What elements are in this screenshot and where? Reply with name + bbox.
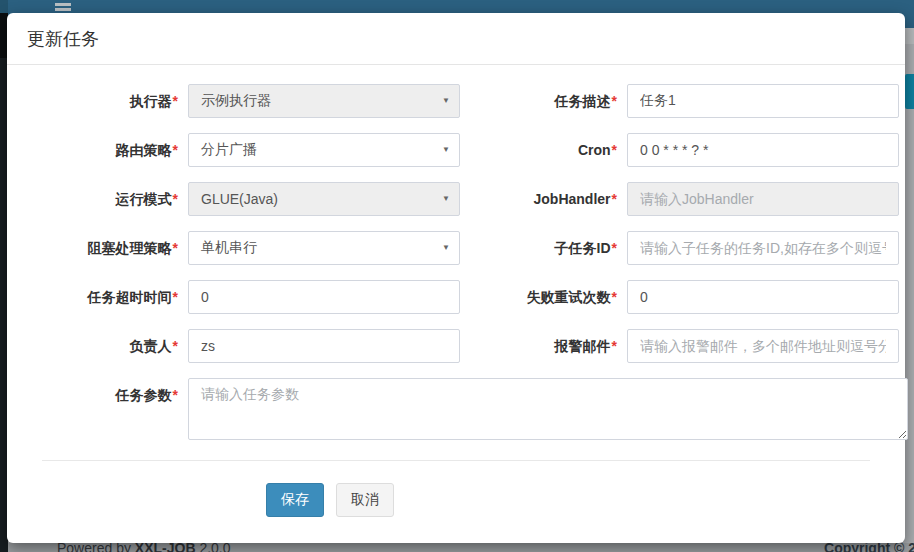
required-marker: *	[173, 142, 178, 158]
job-param-label: 任务参数*	[27, 378, 188, 440]
required-marker: *	[173, 289, 178, 305]
job-handler-input	[627, 182, 899, 216]
job-desc-label: 任务描述*	[456, 84, 627, 118]
job-desc-field: 任务描述*	[456, 84, 885, 118]
route-strategy-label: 路由策略*	[27, 133, 188, 167]
timeout-field: 任务超时时间*	[27, 280, 456, 314]
glue-type-select-value: GLUE(Java)	[201, 191, 278, 207]
route-strategy-select-value: 分片广播	[201, 141, 257, 159]
copyright-text: Copyright © 2	[824, 543, 914, 552]
job-handler-field: JobHandler*	[456, 182, 885, 216]
required-marker: *	[173, 240, 178, 256]
alarm-email-field: 报警邮件*	[456, 329, 885, 363]
executor-label: 执行器*	[27, 84, 188, 118]
cron-input[interactable]	[627, 133, 899, 167]
page-background-edge	[905, 28, 914, 44]
required-marker: *	[612, 142, 617, 158]
required-marker: *	[173, 387, 178, 403]
child-jobid-label: 子任务ID*	[456, 231, 627, 265]
job-desc-input[interactable]	[627, 84, 899, 118]
author-field: 负责人*	[27, 329, 456, 363]
child-jobid-field: 子任务ID*	[456, 231, 885, 265]
fail-retry-field: 失败重试次数*	[456, 280, 885, 314]
required-marker: *	[173, 338, 178, 354]
background-button-sliver	[905, 74, 914, 109]
child-jobid-input[interactable]	[627, 231, 899, 265]
caret-down-icon: ▼	[442, 244, 450, 252]
required-marker: *	[612, 289, 617, 305]
caret-down-icon: ▼	[442, 97, 450, 105]
required-marker: *	[612, 338, 617, 354]
cron-field: Cron*	[456, 133, 885, 167]
job-handler-label: JobHandler*	[456, 182, 627, 216]
author-input[interactable]	[188, 329, 460, 363]
glue-type-select: GLUE(Java) ▼	[188, 182, 460, 216]
glue-type-field: 运行模式* GLUE(Java) ▼	[27, 182, 456, 216]
page-footer: Powered by XXL-JOB 2.0.0 Copyright © 2	[0, 543, 914, 552]
block-strategy-label: 阻塞处理策略*	[27, 231, 188, 265]
cron-label: Cron*	[456, 133, 627, 167]
block-strategy-select-value: 单机串行	[201, 239, 257, 257]
required-marker: *	[612, 93, 617, 109]
save-button[interactable]: 保存	[266, 483, 324, 517]
modal-footer: 保存 取消	[27, 461, 885, 517]
route-strategy-field: 路由策略* 分片广播 ▼	[27, 133, 456, 167]
alarm-email-label: 报警邮件*	[456, 329, 627, 363]
timeout-input[interactable]	[188, 280, 460, 314]
update-job-modal: 更新任务 执行器* 示例执行器 ▼ 任务描述* 路由策略* 分片广播 ▼	[7, 13, 905, 543]
block-strategy-field: 阻塞处理策略* 单机串行 ▼	[27, 231, 456, 265]
caret-down-icon: ▼	[442, 195, 450, 203]
modal-title: 更新任务	[27, 29, 885, 49]
update-job-form: 执行器* 示例执行器 ▼ 任务描述* 路由策略* 分片广播 ▼ Cron*	[7, 65, 905, 517]
route-strategy-select[interactable]: 分片广播 ▼	[188, 133, 460, 167]
executor-select-value: 示例执行器	[201, 92, 271, 110]
executor-select: 示例执行器 ▼	[188, 84, 460, 118]
modal-header: 更新任务	[7, 13, 905, 65]
required-marker: *	[173, 93, 178, 109]
cancel-button[interactable]: 取消	[336, 483, 394, 517]
timeout-label: 任务超时时间*	[27, 280, 188, 314]
block-strategy-select[interactable]: 单机串行 ▼	[188, 231, 460, 265]
required-marker: *	[612, 191, 617, 207]
job-param-field: 任务参数*	[27, 378, 885, 440]
fail-retry-input[interactable]	[627, 280, 899, 314]
alarm-email-input[interactable]	[627, 329, 899, 363]
job-param-textarea[interactable]	[188, 378, 908, 440]
executor-field: 执行器* 示例执行器 ▼	[27, 84, 456, 118]
glue-type-label: 运行模式*	[27, 182, 188, 216]
fail-retry-label: 失败重试次数*	[456, 280, 627, 314]
required-marker: *	[173, 191, 178, 207]
caret-down-icon: ▼	[442, 146, 450, 154]
required-marker: *	[612, 240, 617, 256]
brand-text: XXL-JOB	[135, 543, 196, 552]
powered-by-text: Powered by XXL-JOB 2.0.0	[57, 543, 231, 552]
author-label: 负责人*	[27, 329, 188, 363]
